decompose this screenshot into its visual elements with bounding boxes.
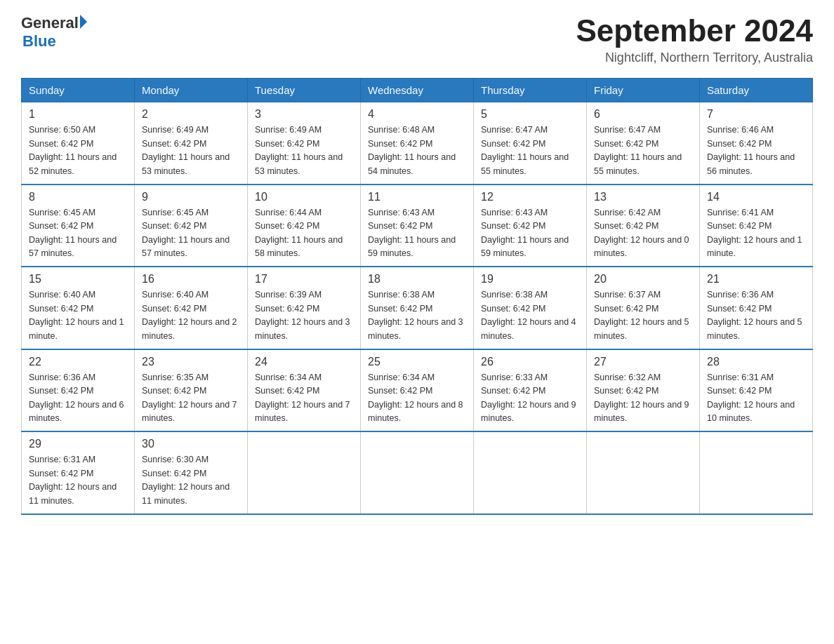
- calendar-cell: 26 Sunrise: 6:33 AM Sunset: 6:42 PM Dayl…: [474, 349, 587, 432]
- calendar-cell: 19 Sunrise: 6:38 AM Sunset: 6:42 PM Dayl…: [474, 267, 587, 349]
- day-info: Sunrise: 6:34 AM Sunset: 6:42 PM Dayligh…: [368, 371, 466, 426]
- day-number: 17: [255, 273, 353, 286]
- day-number: 9: [142, 191, 240, 203]
- calendar-cell: 30 Sunrise: 6:30 AM Sunset: 6:42 PM Dayl…: [135, 431, 248, 514]
- weekday-header-row: SundayMondayTuesdayWednesdayThursdayFrid…: [22, 79, 813, 102]
- day-info: Sunrise: 6:34 AM Sunset: 6:42 PM Dayligh…: [255, 371, 353, 426]
- day-info: Sunrise: 6:35 AM Sunset: 6:42 PM Dayligh…: [142, 371, 240, 426]
- location-subtitle: Nightcliff, Northern Territory, Australi…: [576, 51, 813, 65]
- calendar-header: SundayMondayTuesdayWednesdayThursdayFrid…: [22, 79, 813, 102]
- day-number: 10: [255, 191, 353, 203]
- weekday-header-friday: Friday: [587, 79, 700, 102]
- weekday-header-wednesday: Wednesday: [361, 79, 474, 102]
- day-info: Sunrise: 6:36 AM Sunset: 6:42 PM Dayligh…: [29, 371, 127, 426]
- calendar-cell: 18 Sunrise: 6:38 AM Sunset: 6:42 PM Dayl…: [361, 267, 474, 349]
- day-info: Sunrise: 6:36 AM Sunset: 6:42 PM Dayligh…: [707, 288, 805, 343]
- calendar-cell: 16 Sunrise: 6:40 AM Sunset: 6:42 PM Dayl…: [135, 267, 248, 349]
- title-section: September 2024 Nightcliff, Northern Terr…: [576, 14, 813, 65]
- day-number: 6: [594, 108, 692, 121]
- day-info: Sunrise: 6:44 AM Sunset: 6:42 PM Dayligh…: [255, 206, 353, 261]
- calendar-cell: 29 Sunrise: 6:31 AM Sunset: 6:42 PM Dayl…: [22, 431, 135, 514]
- day-number: 19: [481, 273, 579, 286]
- month-year-title: September 2024: [576, 14, 813, 48]
- calendar-cell: 1 Sunrise: 6:50 AM Sunset: 6:42 PM Dayli…: [22, 102, 135, 185]
- calendar-cell: 9 Sunrise: 6:45 AM Sunset: 6:42 PM Dayli…: [135, 185, 248, 267]
- day-info: Sunrise: 6:33 AM Sunset: 6:42 PM Dayligh…: [481, 371, 579, 426]
- day-number: 21: [707, 273, 805, 286]
- day-number: 2: [142, 108, 240, 121]
- day-number: 1: [29, 108, 127, 121]
- calendar-cell: [700, 431, 813, 514]
- day-info: Sunrise: 6:40 AM Sunset: 6:42 PM Dayligh…: [29, 288, 127, 343]
- weekday-header-sunday: Sunday: [22, 79, 135, 102]
- logo: General Blue: [21, 14, 87, 51]
- calendar-cell: [474, 431, 587, 514]
- day-info: Sunrise: 6:42 AM Sunset: 6:42 PM Dayligh…: [594, 206, 692, 261]
- calendar-cell: 25 Sunrise: 6:34 AM Sunset: 6:42 PM Dayl…: [361, 349, 474, 432]
- day-number: 5: [481, 108, 579, 121]
- calendar-cell: 17 Sunrise: 6:39 AM Sunset: 6:42 PM Dayl…: [248, 267, 361, 349]
- calendar-cell: 28 Sunrise: 6:31 AM Sunset: 6:42 PM Dayl…: [700, 349, 813, 432]
- day-info: Sunrise: 6:38 AM Sunset: 6:42 PM Dayligh…: [368, 288, 466, 343]
- day-info: Sunrise: 6:30 AM Sunset: 6:42 PM Dayligh…: [142, 453, 240, 508]
- day-number: 12: [481, 191, 579, 203]
- calendar-cell: 3 Sunrise: 6:49 AM Sunset: 6:42 PM Dayli…: [248, 102, 361, 185]
- day-number: 29: [29, 438, 127, 450]
- day-number: 25: [368, 356, 466, 368]
- day-number: 13: [594, 191, 692, 203]
- day-info: Sunrise: 6:41 AM Sunset: 6:42 PM Dayligh…: [707, 206, 805, 261]
- calendar-cell: [587, 431, 700, 514]
- logo-general: General: [21, 14, 79, 32]
- calendar-cell: 20 Sunrise: 6:37 AM Sunset: 6:42 PM Dayl…: [587, 267, 700, 349]
- calendar-cell: 6 Sunrise: 6:47 AM Sunset: 6:42 PM Dayli…: [587, 102, 700, 185]
- calendar-cell: 24 Sunrise: 6:34 AM Sunset: 6:42 PM Dayl…: [248, 349, 361, 432]
- calendar-cell: 2 Sunrise: 6:49 AM Sunset: 6:42 PM Dayli…: [135, 102, 248, 185]
- calendar-cell: 7 Sunrise: 6:46 AM Sunset: 6:42 PM Dayli…: [700, 102, 813, 185]
- day-number: 7: [707, 108, 805, 121]
- day-info: Sunrise: 6:38 AM Sunset: 6:42 PM Dayligh…: [481, 288, 579, 343]
- day-info: Sunrise: 6:31 AM Sunset: 6:42 PM Dayligh…: [29, 453, 127, 508]
- day-number: 23: [142, 356, 240, 368]
- calendar-cell: 27 Sunrise: 6:32 AM Sunset: 6:42 PM Dayl…: [587, 349, 700, 432]
- day-number: 4: [368, 108, 466, 121]
- day-info: Sunrise: 6:46 AM Sunset: 6:42 PM Dayligh…: [707, 123, 805, 178]
- weekday-header-saturday: Saturday: [700, 79, 813, 102]
- calendar-cell: 13 Sunrise: 6:42 AM Sunset: 6:42 PM Dayl…: [587, 185, 700, 267]
- day-info: Sunrise: 6:40 AM Sunset: 6:42 PM Dayligh…: [142, 288, 240, 343]
- calendar-cell: 22 Sunrise: 6:36 AM Sunset: 6:42 PM Dayl…: [22, 349, 135, 432]
- calendar-cell: 10 Sunrise: 6:44 AM Sunset: 6:42 PM Dayl…: [248, 185, 361, 267]
- day-info: Sunrise: 6:49 AM Sunset: 6:42 PM Dayligh…: [255, 123, 353, 178]
- calendar-cell: 23 Sunrise: 6:35 AM Sunset: 6:42 PM Dayl…: [135, 349, 248, 432]
- logo-blue-text: Blue: [22, 32, 87, 51]
- logo-arrow-icon: [80, 15, 87, 29]
- day-number: 15: [29, 273, 127, 286]
- day-info: Sunrise: 6:45 AM Sunset: 6:42 PM Dayligh…: [29, 206, 127, 261]
- day-number: 20: [594, 273, 692, 286]
- day-info: Sunrise: 6:32 AM Sunset: 6:42 PM Dayligh…: [594, 371, 692, 426]
- weekday-header-tuesday: Tuesday: [248, 79, 361, 102]
- calendar-cell: 14 Sunrise: 6:41 AM Sunset: 6:42 PM Dayl…: [700, 185, 813, 267]
- calendar-cell: 15 Sunrise: 6:40 AM Sunset: 6:42 PM Dayl…: [22, 267, 135, 349]
- day-number: 11: [368, 191, 466, 203]
- calendar-table: SundayMondayTuesdayWednesdayThursdayFrid…: [21, 78, 813, 515]
- day-number: 14: [707, 191, 805, 203]
- calendar-week-row: 15 Sunrise: 6:40 AM Sunset: 6:42 PM Dayl…: [22, 267, 813, 349]
- calendar-body: 1 Sunrise: 6:50 AM Sunset: 6:42 PM Dayli…: [22, 102, 813, 514]
- calendar-cell: 8 Sunrise: 6:45 AM Sunset: 6:42 PM Dayli…: [22, 185, 135, 267]
- calendar-cell: [248, 431, 361, 514]
- day-info: Sunrise: 6:43 AM Sunset: 6:42 PM Dayligh…: [368, 206, 466, 261]
- calendar-cell: 4 Sunrise: 6:48 AM Sunset: 6:42 PM Dayli…: [361, 102, 474, 185]
- day-info: Sunrise: 6:50 AM Sunset: 6:42 PM Dayligh…: [29, 123, 127, 178]
- page-header: General Blue September 2024 Nightcliff, …: [21, 14, 813, 65]
- day-number: 26: [481, 356, 579, 368]
- calendar-week-row: 29 Sunrise: 6:31 AM Sunset: 6:42 PM Dayl…: [22, 431, 813, 514]
- day-number: 24: [255, 356, 353, 368]
- day-number: 18: [368, 273, 466, 286]
- day-number: 3: [255, 108, 353, 121]
- day-info: Sunrise: 6:31 AM Sunset: 6:42 PM Dayligh…: [707, 371, 805, 426]
- calendar-week-row: 22 Sunrise: 6:36 AM Sunset: 6:42 PM Dayl…: [22, 349, 813, 432]
- day-number: 28: [707, 356, 805, 368]
- calendar-week-row: 8 Sunrise: 6:45 AM Sunset: 6:42 PM Dayli…: [22, 185, 813, 267]
- weekday-header-thursday: Thursday: [474, 79, 587, 102]
- calendar-cell: 21 Sunrise: 6:36 AM Sunset: 6:42 PM Dayl…: [700, 267, 813, 349]
